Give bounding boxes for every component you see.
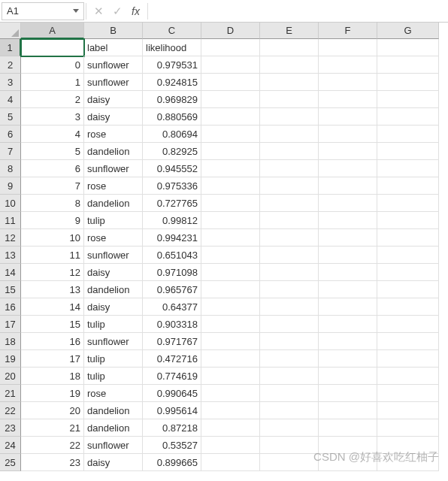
cell[interactable] [201, 177, 260, 195]
cell[interactable]: 2 [21, 91, 84, 108]
chevron-down-icon[interactable] [73, 9, 79, 13]
cell[interactable] [377, 143, 439, 160]
cell[interactable]: tulip [84, 350, 143, 368]
cell[interactable]: sunflower [84, 437, 143, 454]
cell[interactable]: daisy [84, 298, 143, 316]
cell[interactable] [201, 298, 260, 316]
cell[interactable]: 22 [21, 437, 84, 454]
cell[interactable] [201, 126, 260, 143]
row-header[interactable]: 21 [0, 385, 21, 402]
cell[interactable] [201, 264, 260, 281]
fx-icon[interactable]: fx [132, 5, 140, 17]
cell[interactable] [377, 333, 439, 350]
cell[interactable] [201, 437, 260, 454]
cell[interactable] [201, 368, 260, 385]
cell[interactable]: 0.727765 [143, 195, 201, 212]
cell[interactable] [377, 350, 439, 368]
cell[interactable] [260, 437, 319, 454]
cell[interactable] [260, 74, 319, 91]
cell[interactable] [260, 298, 319, 316]
cell[interactable] [260, 177, 319, 195]
cell[interactable]: 0.965767 [143, 281, 201, 298]
row-header[interactable]: 15 [0, 281, 21, 298]
cell[interactable]: 0.472716 [143, 350, 201, 368]
cell[interactable]: 6 [21, 160, 84, 177]
cell[interactable] [377, 74, 439, 91]
row-header[interactable]: 9 [0, 177, 21, 195]
cell[interactable]: daisy [84, 264, 143, 281]
cell[interactable] [201, 108, 260, 126]
cell[interactable] [319, 264, 377, 281]
cell[interactable] [201, 454, 260, 471]
cell[interactable] [377, 298, 439, 316]
col-header-b[interactable]: B [84, 23, 143, 39]
row-header[interactable]: 1 [0, 39, 21, 56]
cell[interactable]: 19 [21, 385, 84, 402]
cell[interactable] [377, 385, 439, 402]
cell[interactable] [21, 39, 84, 56]
cell[interactable]: 0.53527 [143, 437, 201, 454]
cell[interactable] [319, 160, 377, 177]
cell[interactable] [201, 160, 260, 177]
cell[interactable] [201, 91, 260, 108]
cell[interactable] [319, 39, 377, 56]
cell[interactable]: 8 [21, 195, 84, 212]
cell[interactable]: label [84, 39, 143, 56]
row-header[interactable]: 23 [0, 419, 21, 437]
cell[interactable]: 0.994231 [143, 229, 201, 247]
cell[interactable] [260, 56, 319, 74]
row-header[interactable]: 4 [0, 91, 21, 108]
row-header[interactable]: 11 [0, 212, 21, 229]
cell[interactable] [319, 298, 377, 316]
col-header-g[interactable]: G [377, 23, 439, 39]
cell[interactable] [319, 437, 377, 454]
cell[interactable] [201, 333, 260, 350]
cell[interactable]: 0.774619 [143, 368, 201, 385]
cell[interactable] [201, 212, 260, 229]
cell[interactable]: sunflower [84, 160, 143, 177]
cell[interactable] [377, 281, 439, 298]
cell[interactable]: dandelion [84, 143, 143, 160]
cell[interactable] [260, 108, 319, 126]
cell[interactable] [377, 177, 439, 195]
cell[interactable]: 0.899665 [143, 454, 201, 471]
cell[interactable]: 9 [21, 212, 84, 229]
cell[interactable] [319, 229, 377, 247]
cell[interactable] [260, 91, 319, 108]
cell[interactable] [377, 160, 439, 177]
row-header[interactable]: 5 [0, 108, 21, 126]
cell[interactable] [260, 143, 319, 160]
cell[interactable] [319, 195, 377, 212]
cell[interactable] [201, 385, 260, 402]
row-header[interactable]: 19 [0, 350, 21, 368]
cell[interactable]: daisy [84, 454, 143, 471]
cell[interactable]: tulip [84, 368, 143, 385]
cell[interactable] [260, 247, 319, 264]
cell[interactable] [319, 350, 377, 368]
cell[interactable] [377, 195, 439, 212]
cell[interactable]: 14 [21, 298, 84, 316]
cell[interactable]: dandelion [84, 402, 143, 419]
cell[interactable] [319, 419, 377, 437]
cell[interactable]: 21 [21, 419, 84, 437]
cell[interactable]: daisy [84, 91, 143, 108]
cell[interactable]: rose [84, 177, 143, 195]
cell[interactable]: 1 [21, 74, 84, 91]
cell[interactable] [377, 91, 439, 108]
cell[interactable]: 0.945552 [143, 160, 201, 177]
cell[interactable] [260, 402, 319, 419]
cell[interactable] [377, 454, 439, 471]
cell[interactable]: sunflower [84, 333, 143, 350]
cell[interactable] [377, 419, 439, 437]
cell[interactable]: 23 [21, 454, 84, 471]
cell[interactable]: tulip [84, 316, 143, 333]
cell[interactable]: 0.969829 [143, 91, 201, 108]
cell[interactable]: 0.880569 [143, 108, 201, 126]
row-header[interactable]: 10 [0, 195, 21, 212]
cell[interactable] [319, 333, 377, 350]
cell[interactable] [377, 316, 439, 333]
cell[interactable] [377, 229, 439, 247]
cell[interactable] [319, 281, 377, 298]
cell[interactable] [260, 316, 319, 333]
cell[interactable]: 0.924815 [143, 74, 201, 91]
